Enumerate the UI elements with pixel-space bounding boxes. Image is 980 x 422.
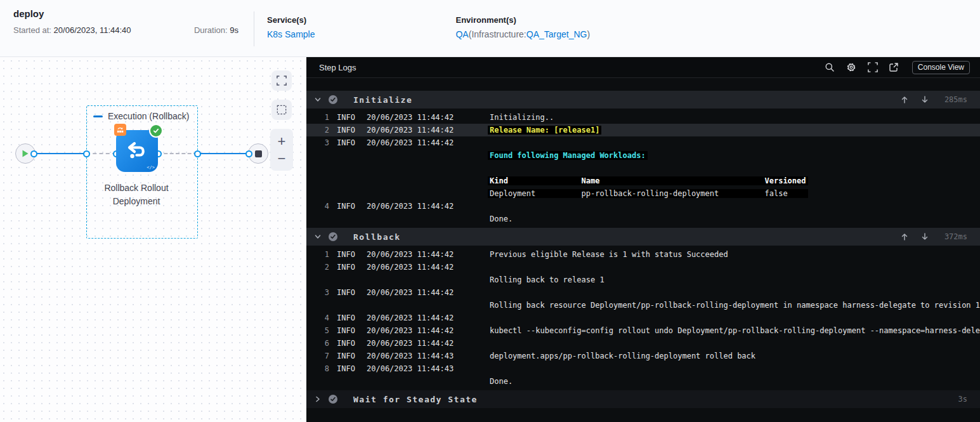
maximize-logs-button[interactable] bbox=[868, 62, 878, 72]
log-message: Initializing.. bbox=[488, 113, 556, 122]
log-message: Rolling back resource Deployment/pp-roll… bbox=[488, 301, 980, 310]
log-message: Rolling back to release 1 bbox=[488, 275, 606, 284]
execution-header: deploy Started at: 20/06/2023, 11:44:40 … bbox=[0, 0, 980, 57]
search-logs-button[interactable] bbox=[825, 62, 835, 72]
log-line[interactable]: Done. bbox=[306, 213, 980, 225]
environment-link[interactable]: QA bbox=[455, 29, 468, 39]
log-line[interactable]: 4INFO20/06/2023 11:44:42 bbox=[306, 312, 980, 324]
zoom-out-button[interactable]: − bbox=[278, 152, 286, 165]
line-number: 4 bbox=[315, 202, 329, 211]
execution-group-box[interactable]: Execution (Rollback) bbox=[86, 105, 198, 239]
log-message: deployment.apps/pp-rollback-rolling-depl… bbox=[488, 352, 757, 360]
service-link[interactable]: K8s Sample bbox=[267, 29, 315, 39]
pipeline-canvas[interactable]: Execution (Rollback) </ bbox=[0, 57, 306, 422]
log-level: INFO bbox=[337, 126, 360, 135]
scroll-to-bottom-button[interactable] bbox=[920, 95, 929, 104]
log-message: Found following Managed Workloads: bbox=[488, 151, 648, 160]
line-number: 1 bbox=[315, 250, 329, 259]
log-section-header[interactable]: Initialize285ms bbox=[306, 91, 980, 109]
log-rows: 1INFO20/06/2023 11:44:42Previous eligibl… bbox=[306, 248, 980, 388]
log-timestamp: 20/06/2023 11:44:42 bbox=[367, 138, 455, 147]
gear-icon bbox=[846, 62, 857, 73]
log-line[interactable]: 1INFO20/06/2023 11:44:42Previous eligibl… bbox=[306, 248, 980, 261]
log-line[interactable]: Deployment pp-rollback-rolling-deploymen… bbox=[306, 187, 980, 200]
scroll-to-top-button[interactable] bbox=[900, 232, 909, 241]
log-section-header[interactable]: Wait for Steady State3s bbox=[306, 390, 980, 408]
line-number: 2 bbox=[315, 126, 329, 135]
log-section-title: Wait for Steady State bbox=[353, 395, 478, 404]
log-line[interactable]: Done. bbox=[306, 375, 980, 388]
scroll-to-bottom-button[interactable] bbox=[920, 232, 929, 241]
log-settings-button[interactable] bbox=[846, 62, 857, 73]
log-line[interactable]: 5INFO20/06/2023 11:44:42kubectl --kubeco… bbox=[306, 324, 980, 337]
scroll-to-bottom-icon bbox=[920, 95, 929, 104]
marquee-select-button[interactable] bbox=[271, 100, 292, 120]
log-section-header[interactable]: Rollback372ms bbox=[306, 228, 980, 246]
log-sections: Initialize285ms1INFO20/06/2023 11:44:42I… bbox=[306, 78, 980, 422]
infrastructure-link[interactable]: QA_Target_NG bbox=[526, 29, 587, 39]
scroll-to-top-icon bbox=[900, 95, 909, 104]
chevron-right-icon bbox=[314, 395, 322, 403]
log-section-title: Rollback bbox=[353, 232, 401, 242]
scroll-to-top-button[interactable] bbox=[900, 95, 909, 104]
log-line[interactable]: Rolling back to release 1 bbox=[306, 274, 980, 286]
log-level: INFO bbox=[337, 250, 360, 259]
zoom-controls: + − bbox=[270, 129, 293, 171]
log-line[interactable]: 3INFO20/06/2023 11:44:42 bbox=[306, 136, 980, 149]
started-at: Started at: 20/06/2023, 11:44:40 bbox=[13, 25, 131, 35]
log-message: Kind Name Versioned bbox=[488, 176, 808, 185]
log-level: INFO bbox=[337, 326, 360, 335]
edge-group-to-step bbox=[86, 153, 116, 154]
scroll-to-top-icon bbox=[900, 232, 909, 241]
log-line[interactable]: 6INFO20/06/2023 11:44:42 bbox=[306, 337, 980, 350]
log-line[interactable]: 2INFO20/06/2023 11:44:42Release Name: [r… bbox=[306, 124, 980, 136]
console-topbar: Step Logs bbox=[306, 57, 980, 78]
rollback-arrow-icon bbox=[124, 138, 150, 164]
line-number: 5 bbox=[315, 326, 329, 335]
play-icon bbox=[22, 150, 29, 157]
log-timestamp: 20/06/2023 11:44:42 bbox=[367, 113, 455, 122]
edge-start-to-group bbox=[34, 153, 86, 154]
log-line[interactable]: 7INFO20/06/2023 11:44:43deployment.apps/… bbox=[306, 350, 980, 362]
log-line[interactable]: Rolling back resource Deployment/pp-roll… bbox=[306, 299, 980, 312]
log-timestamp: 20/06/2023 11:44:42 bbox=[367, 250, 455, 259]
section-duration: 285ms bbox=[941, 95, 967, 104]
log-timestamp: 20/06/2023 11:44:42 bbox=[367, 126, 455, 135]
line-number: 8 bbox=[315, 364, 329, 373]
open-in-new-tab-button[interactable] bbox=[889, 62, 899, 72]
log-line[interactable]: Found following Managed Workloads: bbox=[306, 149, 980, 162]
log-line[interactable]: Kind Name Versioned bbox=[306, 175, 980, 187]
console-title: Step Logs bbox=[319, 63, 356, 72]
log-line[interactable]: 8INFO20/06/2023 11:44:43 bbox=[306, 362, 980, 375]
step-success-icon bbox=[328, 394, 338, 404]
console-view-button[interactable]: Console View bbox=[912, 61, 970, 74]
step-node-rollback-rollout[interactable]: </> bbox=[116, 130, 158, 172]
line-number: 3 bbox=[315, 288, 329, 297]
fullscreen-canvas-button[interactable] bbox=[271, 70, 292, 91]
log-level: INFO bbox=[337, 352, 360, 360]
log-level: INFO bbox=[337, 263, 360, 272]
log-timestamp: 20/06/2023 11:44:42 bbox=[367, 263, 455, 272]
log-timestamp: 20/06/2023 11:44:42 bbox=[367, 313, 455, 322]
group-collapse-button[interactable] bbox=[93, 115, 103, 117]
log-line[interactable]: 4INFO20/06/2023 11:44:42 bbox=[306, 200, 980, 213]
line-number: 2 bbox=[315, 263, 329, 272]
log-line[interactable]: 3INFO20/06/2023 11:44:42 bbox=[306, 286, 980, 299]
chevron-down-icon bbox=[314, 96, 322, 103]
scroll-to-bottom-icon bbox=[920, 232, 929, 241]
edge-connector bbox=[30, 150, 37, 157]
infrastructure-prefix: (Infrastructure: bbox=[469, 29, 526, 39]
log-timestamp: 20/06/2023 11:44:42 bbox=[367, 288, 455, 297]
log-level: INFO bbox=[337, 113, 360, 122]
external-link-icon bbox=[889, 62, 899, 72]
services-label: Service(s) bbox=[267, 15, 315, 25]
log-line[interactable] bbox=[306, 162, 980, 175]
log-line[interactable]: 2INFO20/06/2023 11:44:42 bbox=[306, 261, 980, 274]
services-block: Service(s) K8s Sample bbox=[254, 0, 315, 56]
log-timestamp: 20/06/2023 11:44:42 bbox=[367, 202, 455, 211]
zoom-in-button[interactable]: + bbox=[278, 135, 286, 148]
expand-icon bbox=[868, 62, 878, 72]
section-duration: 3s bbox=[941, 395, 967, 404]
step-logs-panel: Step Logs bbox=[306, 57, 980, 422]
log-line[interactable]: 1INFO20/06/2023 11:44:42Initializing.. bbox=[306, 111, 980, 124]
